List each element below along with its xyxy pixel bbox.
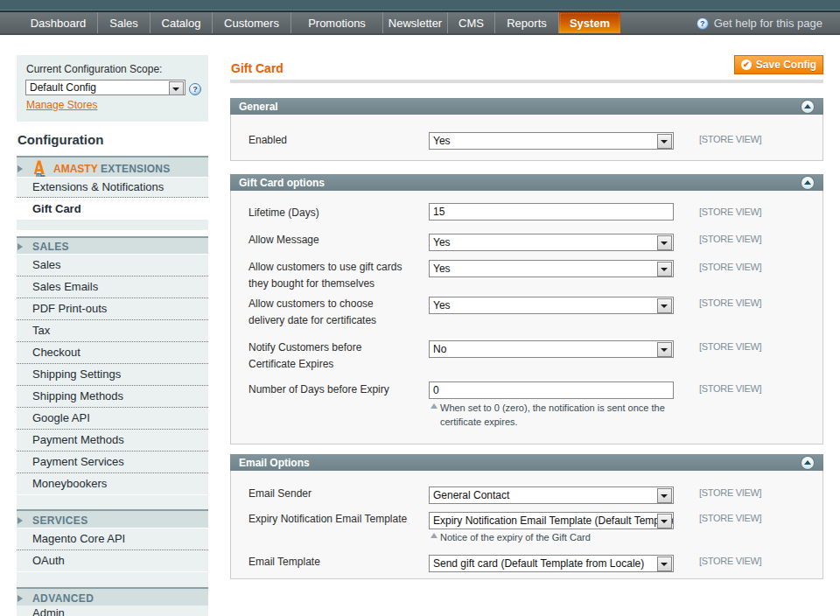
svg-text:m: m [36,171,42,177]
